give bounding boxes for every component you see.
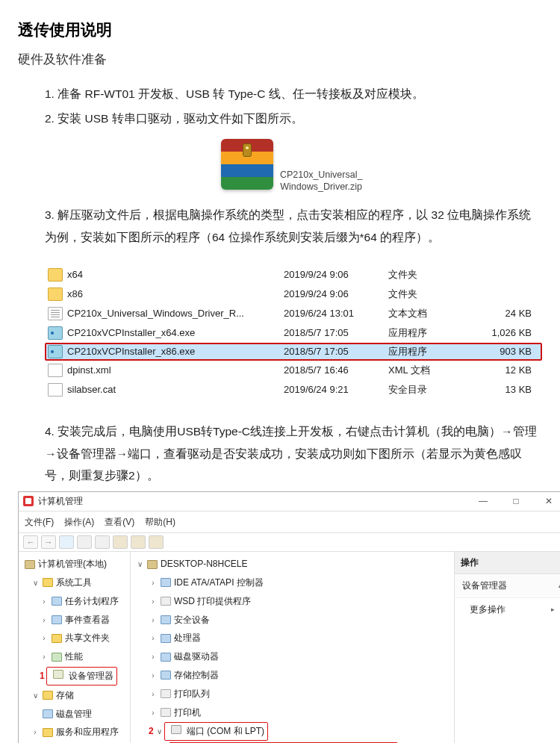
minimize-button[interactable]: —: [467, 493, 500, 510]
expander-icon[interactable]: ›: [149, 631, 158, 645]
expander-icon[interactable]: ›: [40, 613, 49, 627]
window-title: 计算机管理: [38, 493, 467, 510]
file-date: 2018/5/7 17:05: [284, 324, 388, 343]
zip-figure: CP210x_Universal_Windows_Driver.zip: [45, 139, 542, 196]
cpu-icon: [161, 634, 171, 643]
tree-root[interactable]: 计算机管理(本地): [22, 555, 130, 573]
menu-help[interactable]: 帮助(H): [145, 514, 175, 531]
file-row[interactable]: CP210xVCPInstaller_x64.exe 2018/5/7 17:0…: [45, 323, 542, 343]
expander-icon[interactable]: ›: [31, 725, 40, 739]
file-row[interactable]: CP210x_Universal_Windows_Driver_R... 201…: [45, 304, 542, 323]
tree-label: 共享文件夹: [65, 629, 110, 647]
expander-icon[interactable]: ›: [40, 650, 49, 664]
folder-icon: [48, 287, 63, 301]
exe-icon: [48, 326, 63, 340]
maximize-button[interactable]: □: [500, 493, 532, 510]
tree-shared[interactable]: › 共享文件夹: [22, 629, 130, 647]
file-size: 24 KB: [470, 305, 539, 323]
toolbar-button[interactable]: [131, 535, 146, 549]
toolbar-back-button[interactable]: [23, 535, 38, 549]
actions-header: 操作: [455, 552, 560, 574]
expander-icon[interactable]: ›: [149, 613, 158, 627]
expander-icon[interactable]: ›: [149, 668, 158, 683]
tree-diskmgmt[interactable]: 磁盘管理: [22, 705, 130, 724]
tree-devmgr[interactable]: 1 设备管理器: [22, 666, 130, 686]
left-tree: 计算机管理(本地) ∨ 系统工具 › 任务计划程序 › 事件查看器: [19, 552, 131, 743]
expander-icon[interactable]: ∨: [155, 724, 164, 739]
tree-systools[interactable]: ∨ 系统工具: [22, 573, 130, 592]
expander-icon[interactable]: ∨: [135, 557, 144, 571]
file-size: 1,026 KB: [470, 324, 539, 343]
menu-view[interactable]: 查看(V): [105, 514, 134, 531]
close-button[interactable]: ✕: [532, 493, 560, 510]
tree-label: 事件查看器: [65, 612, 110, 629]
textfile-icon: [48, 307, 63, 320]
step-3: 3. 解压驱动文件后，根据电脑操作系统的类型，点击安装相应的程序，以 32 位电…: [45, 204, 542, 248]
window-panes: 计算机管理(本地) ∨ 系统工具 › 任务计划程序 › 事件查看器: [19, 552, 560, 743]
file-size: 13 KB: [470, 381, 539, 400]
file-row[interactable]: x64 2019/9/24 9:06 文件夹: [45, 265, 542, 285]
tree-perf[interactable]: › 性能: [22, 647, 130, 666]
file-name: x86: [67, 285, 284, 304]
expander-icon[interactable]: ∨: [31, 576, 40, 590]
file-row[interactable]: dpinst.xml 2018/5/7 16:46 XML 文档 12 KB: [45, 361, 542, 380]
expander-icon[interactable]: ›: [149, 594, 158, 609]
menu-file[interactable]: 文件(F): [25, 514, 54, 531]
file-date: 2019/9/24 9:06: [284, 266, 388, 285]
file-date: 2018/5/7 17:05: [284, 343, 388, 361]
actions-more[interactable]: 更多操作 ▸: [455, 598, 560, 621]
device-diskdrv[interactable]: › 磁盘驱动器: [135, 647, 452, 666]
expander-icon[interactable]: ›: [40, 594, 49, 609]
file-row[interactable]: silabser.cat 2019/6/24 9:21 安全目录 13 KB: [45, 380, 542, 400]
computer-icon: [25, 560, 35, 569]
expander-icon[interactable]: ›: [149, 706, 158, 720]
expander-icon[interactable]: ›: [149, 650, 158, 664]
disk-icon: [43, 709, 53, 718]
file-name: silabser.cat: [67, 381, 284, 400]
step-1: 1. 准备 RF-WT01 开发板、USB 转 Type-C 线、任一转接板及对…: [45, 83, 542, 105]
toolbar-forward-button[interactable]: [41, 535, 56, 549]
device-ports[interactable]: 2 ∨ 端口 (COM 和 LPT): [135, 721, 452, 742]
tree-services[interactable]: › 服务和应用程序: [22, 723, 130, 742]
expander-icon[interactable]: ∨: [31, 688, 40, 703]
winrar-archive-icon: [221, 139, 273, 190]
actions-sub-label: 设备管理器: [462, 577, 507, 594]
file-row[interactable]: x86 2019/9/24 9:06 文件夹: [45, 285, 542, 304]
file-name: CP210x_Universal_Windows_Driver_R...: [67, 305, 284, 323]
file-type: 文本文档: [388, 305, 470, 323]
toolbar-button[interactable]: [77, 535, 92, 549]
device-printqueue[interactable]: › 打印队列: [135, 685, 452, 703]
toolbar-button[interactable]: [149, 535, 164, 549]
device-tree: ∨ DESKTOP-N8HCELE › IDE ATA/ATAPI 控制器 › …: [131, 552, 455, 743]
device-storectrl[interactable]: › 存储控制器: [135, 666, 452, 685]
device-cpu[interactable]: › 处理器: [135, 629, 452, 647]
device-printer[interactable]: › 打印机: [135, 703, 452, 722]
tree-event[interactable]: › 事件查看器: [22, 611, 130, 629]
toolbar-button[interactable]: [59, 535, 74, 549]
file-date: 2019/6/24 9:21: [284, 381, 388, 400]
device-ide[interactable]: › IDE ATA/ATAPI 控制器: [135, 573, 452, 592]
expander-icon[interactable]: ›: [40, 631, 49, 645]
file-type: 应用程序: [388, 324, 470, 343]
wsd-icon: [161, 597, 171, 606]
printer-icon: [161, 708, 171, 717]
device-wsd[interactable]: › WSD 打印提供程序: [135, 592, 452, 611]
tree-label: WSD 打印提供程序: [174, 593, 251, 610]
mmc-icon: [23, 496, 34, 506]
file-date: 2019/6/24 13:01: [284, 305, 388, 323]
toolbar-button[interactable]: [95, 535, 110, 549]
toolbar-button[interactable]: [113, 535, 128, 549]
storectrl-icon: [161, 671, 171, 680]
expander-icon[interactable]: ›: [149, 687, 158, 701]
printq-icon: [161, 689, 171, 698]
tree-task[interactable]: › 任务计划程序: [22, 592, 130, 611]
device-safedev[interactable]: › 安全设备: [135, 611, 452, 629]
tree-label: 端口 (COM 和 LPT): [187, 726, 264, 736]
device-pc[interactable]: ∨ DESKTOP-N8HCELE: [135, 555, 452, 573]
file-row-selected[interactable]: CP210xVCPInstaller_x86.exe 2018/5/7 17:0…: [45, 343, 542, 361]
tree-storage[interactable]: ∨ 存储: [22, 686, 130, 705]
actions-subheader[interactable]: 设备管理器 ▴: [455, 574, 560, 598]
expander-icon[interactable]: ›: [149, 576, 158, 590]
safe-icon: [161, 615, 171, 624]
menu-action[interactable]: 操作(A): [64, 514, 94, 531]
